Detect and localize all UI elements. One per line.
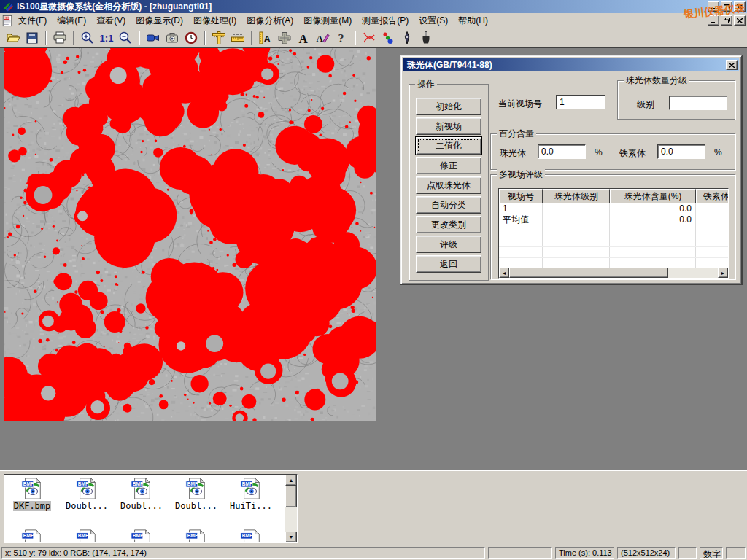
svg-text:BMP: BMP [78, 481, 89, 486]
table-row[interactable]: 平均值 0.0 [499, 214, 728, 225]
rate-button[interactable]: 评级 [416, 236, 481, 253]
scroll-up-icon[interactable]: ▲ [285, 475, 297, 486]
header-field-no: 视场号 [499, 189, 543, 203]
save-icon[interactable] [23, 29, 42, 47]
erase-curve-icon[interactable] [360, 29, 379, 47]
caliper-icon[interactable] [209, 29, 228, 47]
toolbar-separator [355, 31, 356, 45]
header-pearlite-content: 珠光体含量(%) [610, 189, 696, 203]
scroll-thumb[interactable] [509, 268, 668, 278]
help-icon[interactable]: ? [332, 29, 351, 47]
current-field-input[interactable] [556, 95, 605, 109]
text-icon[interactable]: A [294, 29, 313, 47]
cell-grade [543, 214, 610, 225]
menu-image-measure[interactable]: 图像测量(M) [298, 12, 357, 29]
annotate-icon[interactable]: A [313, 29, 332, 47]
change-class-button[interactable]: 更改类别 [416, 216, 481, 233]
particle-mark-icon[interactable] [379, 29, 398, 47]
menu-file[interactable]: 文件(F) [13, 12, 52, 29]
scroll-left-icon[interactable]: ◄ [499, 268, 509, 278]
toolbar-separator [139, 31, 140, 45]
svg-text:A: A [264, 34, 271, 44]
file-item[interactable]: BMP [115, 529, 168, 543]
scroll-thumb[interactable] [285, 486, 297, 508]
close-button[interactable] [734, 1, 746, 12]
mdi-restore-button[interactable] [721, 15, 732, 26]
cell-ferrite [696, 203, 729, 214]
table-row[interactable]: 1 0.0 [499, 203, 728, 214]
cell-field-no: 1 [499, 203, 543, 214]
svg-text:BMP: BMP [187, 481, 198, 486]
status-mode: 数字 [700, 547, 723, 559]
menu-image-analysis[interactable]: 图像分析(A) [241, 12, 298, 29]
menu-settings[interactable]: 设置(S) [414, 12, 453, 29]
minimize-button[interactable] [708, 1, 719, 12]
file-name: Doubl... [65, 501, 109, 511]
pearlite-percent-label: 珠光体 [500, 147, 526, 160]
maximize-button[interactable] [721, 1, 732, 12]
grade-input[interactable] [669, 96, 727, 110]
mdi-close-button[interactable] [734, 15, 746, 26]
mdi-minimize-button[interactable] [708, 15, 719, 26]
menu-edit[interactable]: 编辑(E) [52, 12, 91, 29]
print-icon[interactable] [50, 29, 69, 47]
file-item[interactable]: BMP [6, 529, 58, 543]
file-item[interactable]: BMP HuiTi... [225, 477, 277, 511]
brush-icon[interactable] [417, 29, 436, 47]
table-row-empty [499, 247, 728, 258]
metallograph-canvas[interactable] [4, 48, 376, 421]
bottom-panel: BMP DKF.bmp BMP Doubl... BMP Doubl... BM… [0, 470, 747, 545]
file-item[interactable]: BMP DKF.bmp [6, 477, 58, 511]
actual-size-icon[interactable]: 1:1 [97, 29, 116, 47]
dialog-title-bar[interactable]: 珠光体(GB/T9441-88) [403, 58, 739, 71]
menu-help[interactable]: 帮助(H) [453, 12, 493, 29]
pen-icon[interactable] [398, 29, 417, 47]
table-h-scrollbar[interactable]: ◄ ► [499, 268, 728, 278]
correct-button[interactable]: 修正 [416, 157, 481, 174]
ferrite-percent-input[interactable] [657, 144, 705, 159]
ferrite-percent-unit: % [714, 147, 722, 158]
ruler-icon[interactable] [228, 29, 247, 47]
initialize-button[interactable]: 初始化 [416, 98, 481, 115]
file-item[interactable]: BMP Doubl... [61, 477, 113, 511]
cell-content: 0.0 [610, 214, 696, 225]
svg-text:A: A [317, 33, 324, 44]
pick-pearlite-button[interactable]: 点取珠光体 [416, 176, 481, 194]
status-message: x: 510 y: 79 idx: 0 RGB: (174, 174, 174) [1, 547, 485, 559]
dialog-title: 珠光体(GB/T9441-88) [407, 59, 492, 71]
dialog-close-button[interactable] [726, 60, 738, 70]
toolbar-separator [45, 31, 47, 45]
menu-image-process[interactable]: 图像处理(I) [188, 12, 241, 29]
video-capture-icon[interactable] [144, 29, 163, 47]
file-list-scrollbar[interactable]: ▲ ▼ [285, 475, 297, 542]
header-pearlite-grade: 珠光体级别 [543, 189, 610, 203]
file-item[interactable]: BMP Doubl... [170, 477, 222, 511]
file-item[interactable]: BMP Doubl... [115, 477, 168, 511]
file-item[interactable]: BMP [170, 529, 222, 543]
file-item[interactable]: BMP [61, 529, 113, 543]
new-field-button[interactable]: 新视场 [416, 117, 481, 135]
menu-measure-report[interactable]: 测量报告(P) [357, 12, 414, 29]
file-item[interactable]: BMP [225, 529, 277, 543]
scroll-down-icon[interactable]: ▼ [285, 532, 297, 542]
measure-text-icon[interactable]: A [256, 29, 275, 47]
timer-icon[interactable] [182, 29, 201, 47]
table-row-empty [499, 225, 728, 236]
open-icon[interactable] [4, 29, 23, 47]
pearlite-percent-input[interactable] [538, 144, 586, 159]
zoom-in-icon[interactable] [78, 29, 97, 47]
cell-grade [543, 203, 610, 214]
binarize-button[interactable]: 二值化 [416, 137, 481, 155]
scroll-right-icon[interactable]: ► [718, 268, 728, 278]
pearlite-dialog: 珠光体(GB/T9441-88) 操作 初始化 新视场 二值化 修正 点取珠光体… [400, 55, 743, 285]
scroll-track [668, 268, 718, 278]
return-button[interactable]: 返回 [416, 255, 481, 273]
auto-classify-button[interactable]: 自动分类 [416, 196, 481, 214]
svg-text:BMP: BMP [133, 481, 144, 486]
table-header-row: 视场号 珠光体级别 珠光体含量(%) 铁素体级别 [499, 189, 728, 203]
menu-image-display[interactable]: 图像显示(D) [131, 12, 188, 29]
grid-tool-icon[interactable] [275, 29, 294, 47]
zoom-out-icon[interactable] [116, 29, 135, 47]
menu-view[interactable]: 查看(V) [91, 12, 131, 29]
camera-icon[interactable] [163, 29, 182, 47]
